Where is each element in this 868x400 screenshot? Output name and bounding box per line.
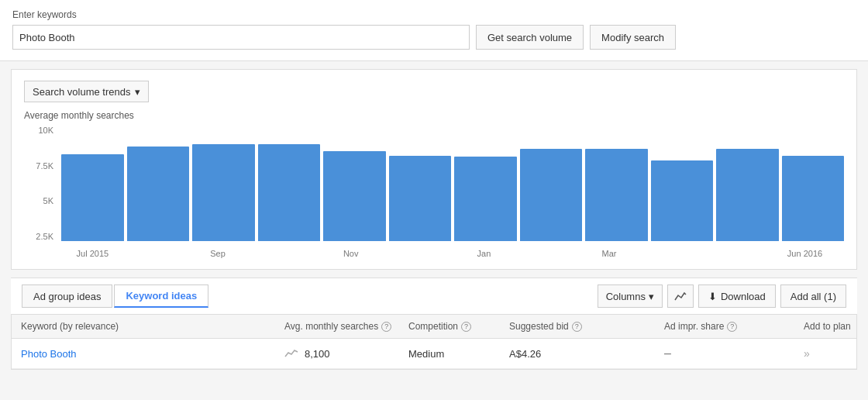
- td-competition: Medium: [408, 348, 509, 360]
- chart-icon-button[interactable]: [667, 284, 694, 308]
- bar-col: [389, 156, 452, 241]
- bar: [389, 156, 452, 241]
- bar: [192, 144, 255, 241]
- bar: [323, 151, 386, 241]
- th-keyword: Keyword (by relevance): [21, 321, 284, 332]
- info-icon-bid[interactable]: ?: [572, 322, 582, 332]
- avg-monthly-value: 8,100: [305, 348, 330, 360]
- th-avg-monthly: Avg. monthly searches ?: [284, 321, 408, 332]
- get-search-volume-button[interactable]: Get search volume: [476, 25, 584, 50]
- th-add-to-plan: Add to plan: [804, 321, 866, 332]
- tabs-and-actions: Ad group ideas Keyword ideas Columns ▾ ⬇…: [11, 278, 857, 315]
- th-ad-impr-share: Ad impr. share ?: [664, 321, 804, 332]
- tab-keyword-ideas[interactable]: Keyword ideas: [114, 284, 208, 308]
- info-icon-competition[interactable]: ?: [461, 322, 471, 332]
- modify-search-button[interactable]: Modify search: [590, 25, 676, 50]
- x-label: Jul 2015: [77, 249, 109, 258]
- enter-keywords-label: Enter keywords: [12, 9, 856, 20]
- bar: [520, 149, 583, 241]
- bar: [716, 149, 779, 241]
- tabs: Ad group ideas Keyword ideas: [22, 284, 208, 308]
- x-label: Jan: [477, 249, 491, 258]
- th-competition: Competition ?: [408, 321, 509, 332]
- download-icon: ⬇: [708, 291, 717, 302]
- bar-col: [716, 149, 779, 241]
- td-ad-impr-share: –: [664, 347, 804, 360]
- bar: [782, 156, 845, 241]
- actions-bar: Columns ▾ ⬇ Download Add all (1): [598, 284, 846, 308]
- chevron-down-icon: ▾: [135, 86, 140, 98]
- download-label: Download: [721, 291, 766, 302]
- bar-col: [258, 144, 321, 241]
- top-section: Enter keywords Get search volume Modify …: [0, 0, 868, 61]
- bar-col: [520, 149, 583, 241]
- table-header-row: Keyword (by relevance) Avg. monthly sear…: [12, 315, 856, 339]
- search-volume-trends-button[interactable]: Search volume trends ▾: [24, 81, 149, 102]
- x-label: Nov: [343, 249, 359, 258]
- table-row: Photo Booth 8,100 Medium A$4.26 – »: [12, 339, 856, 369]
- bar-col: [127, 147, 190, 241]
- columns-label: Columns: [606, 291, 646, 302]
- download-button[interactable]: ⬇ Download: [698, 284, 776, 308]
- y-label-7-5k: 7.5K: [36, 161, 53, 171]
- y-label-2-5k: 2.5K: [36, 232, 53, 241]
- mini-chart-icon: [284, 347, 298, 360]
- th-suggested-bid: Suggested bid ?: [509, 321, 664, 332]
- x-labels: Jul 2015SepNovJanMarJun 2016: [61, 246, 844, 261]
- chart-header: Search volume trends ▾: [24, 81, 844, 102]
- keyword-input-row: Get search volume Modify search: [12, 25, 856, 50]
- chart-container: 10K 7.5K 5K 2.5K Jul 2015SepNovJanMarJun…: [24, 126, 844, 261]
- x-label: Sep: [210, 249, 226, 258]
- bar: [127, 147, 190, 241]
- td-keyword: Photo Booth: [21, 348, 284, 360]
- bar: [258, 144, 321, 241]
- td-add-to-plan[interactable]: »: [804, 347, 866, 360]
- bar-col: [651, 160, 714, 241]
- table-section: Keyword (by relevance) Avg. monthly sear…: [11, 315, 857, 370]
- keyword-input[interactable]: [12, 25, 470, 50]
- x-label: Mar: [602, 249, 617, 258]
- chevron-down-icon: ▾: [649, 291, 654, 302]
- bar: [585, 149, 648, 241]
- bar-col: [454, 157, 517, 241]
- info-icon-avg[interactable]: ?: [381, 322, 391, 332]
- bar: [651, 160, 714, 241]
- bar: [454, 157, 517, 241]
- info-icon-impr[interactable]: ?: [727, 322, 737, 332]
- y-axis: 10K 7.5K 5K 2.5K: [24, 126, 58, 241]
- trend-line-icon: [284, 347, 298, 358]
- td-avg-monthly: 8,100: [284, 347, 408, 360]
- bar-col: [61, 154, 124, 241]
- tab-ad-group-ideas[interactable]: Ad group ideas: [22, 284, 112, 308]
- x-label: Jun 2016: [787, 249, 822, 258]
- y-label-5k: 5K: [43, 196, 53, 205]
- columns-button[interactable]: Columns ▾: [598, 284, 663, 308]
- bar-col: [585, 149, 648, 241]
- chart-section: Search volume trends ▾ Average monthly s…: [11, 69, 857, 270]
- bar-col: [782, 156, 845, 241]
- add-all-button[interactable]: Add all (1): [780, 284, 846, 308]
- y-label-10k: 10K: [38, 126, 53, 135]
- avg-monthly-searches-label: Average monthly searches: [24, 110, 844, 121]
- bar-col: [323, 151, 386, 241]
- line-chart-icon: [674, 291, 687, 302]
- bars-area: [61, 126, 844, 241]
- bar-col: [192, 144, 255, 241]
- td-suggested-bid: A$4.26: [509, 348, 664, 360]
- bar: [61, 154, 124, 241]
- chart-toggle-label: Search volume trends: [33, 86, 130, 98]
